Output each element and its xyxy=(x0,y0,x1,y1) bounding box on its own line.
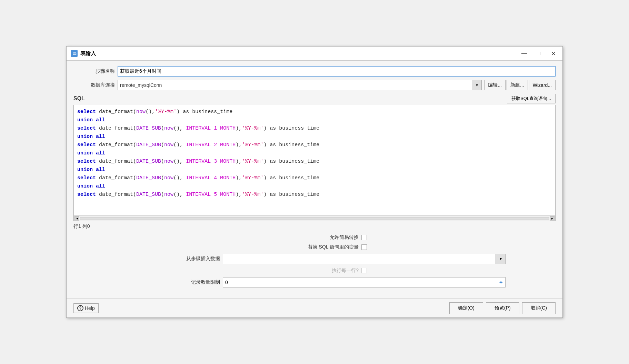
insert-step-dropdown-arrow[interactable]: ▾ xyxy=(496,254,505,264)
db-edit-button[interactable]: 编辑... xyxy=(484,80,506,90)
maximize-button[interactable]: □ xyxy=(533,49,544,58)
fetch-sql-button[interactable]: 获取SQL查询语句... xyxy=(507,94,556,103)
replace-var-label: 替换 SQL 语句里的变量 xyxy=(262,244,359,250)
record-limit-row: 记录数量限制 0 ✦ xyxy=(73,277,556,287)
allow-simple-convert-checkbox[interactable] xyxy=(361,235,367,240)
scroll-right-arrow[interactable]: ▸ xyxy=(550,216,555,221)
db-wizard-button[interactable]: Wizard... xyxy=(529,80,556,90)
step-name-input[interactable] xyxy=(118,66,556,77)
record-limit-input-wrap[interactable]: 0 ✦ xyxy=(223,277,506,287)
allow-simple-convert-row: 允许简易转换 xyxy=(73,234,556,241)
db-new-button[interactable]: 新建... xyxy=(507,80,528,90)
bottom-bar: ? Help 确定(O) 预览(P) 取消(C) xyxy=(67,299,562,317)
record-limit-icon: ✦ xyxy=(499,279,503,286)
insert-step-label: 从步骤插入数据 xyxy=(123,256,220,262)
title-bar-controls: — □ ✕ xyxy=(519,49,558,58)
sql-horizontal-scrollbar[interactable]: ◂ ▸ xyxy=(74,215,555,221)
replace-var-checkbox[interactable] xyxy=(361,244,367,250)
status-bar: 行1 列0 xyxy=(73,223,556,230)
sql-editor-wrap: select date_format(now(),'%Y-%m') as bus… xyxy=(73,105,556,221)
preview-button[interactable]: 预览(P) xyxy=(486,302,519,314)
window-icon: 🗃 xyxy=(71,50,78,57)
db-conn-dropdown-arrow[interactable]: ▾ xyxy=(472,80,481,90)
title-bar: 🗃 表输入 — □ ✕ xyxy=(67,47,562,61)
execute-each-checkbox[interactable] xyxy=(361,268,367,273)
db-conn-label: 数据库连接 xyxy=(73,82,115,88)
window-title: 表输入 xyxy=(80,50,96,57)
execute-each-label: 执行每一行? xyxy=(262,267,359,274)
record-limit-label: 记录数量限制 xyxy=(123,279,220,285)
options-section: 允许简易转换 替换 SQL 语句里的变量 从步骤插入数据 ▾ 执行每一行? xyxy=(73,234,556,287)
cursor-position: 行1 列0 xyxy=(73,223,90,229)
content-area: 步骤名称 数据库连接 remote_mysqlConn ▾ 编辑... 新建..… xyxy=(67,61,562,295)
cancel-button[interactable]: 取消(C) xyxy=(522,302,556,314)
scroll-left-arrow[interactable]: ◂ xyxy=(74,216,79,221)
help-circle-icon: ? xyxy=(77,305,83,311)
confirm-button[interactable]: 确定(O) xyxy=(449,302,483,314)
insert-step-row: 从步骤插入数据 ▾ xyxy=(73,254,556,264)
db-conn-select[interactable]: remote_mysqlConn ▾ xyxy=(118,80,482,90)
title-bar-left: 🗃 表输入 xyxy=(71,50,96,57)
sql-section: SQL 获取SQL查询语句... select date_format(now(… xyxy=(73,94,556,221)
step-name-row: 步骤名称 xyxy=(73,66,556,77)
step-name-label: 步骤名称 xyxy=(73,68,115,74)
insert-step-select[interactable]: ▾ xyxy=(223,254,506,264)
allow-simple-convert-label: 允许简易转换 xyxy=(262,234,359,241)
record-limit-value: 0 xyxy=(225,280,499,285)
bottom-right-buttons: 确定(O) 预览(P) 取消(C) xyxy=(449,302,556,314)
help-button[interactable]: ? Help xyxy=(73,303,99,313)
db-conn-row: 数据库连接 remote_mysqlConn ▾ 编辑... 新建... Wiz… xyxy=(73,80,556,90)
sql-label: SQL xyxy=(73,95,85,102)
sql-header: SQL 获取SQL查询语句... xyxy=(73,94,556,103)
replace-var-row: 替换 SQL 语句里的变量 xyxy=(73,244,556,250)
main-window: 🗃 表输入 — □ ✕ 步骤名称 数据库连接 remote_mysqlConn … xyxy=(66,46,563,318)
db-conn-value: remote_mysqlConn xyxy=(118,82,472,89)
execute-each-row: 执行每一行? xyxy=(73,267,556,274)
sql-editor[interactable]: select date_format(now(),'%Y-%m') as bus… xyxy=(74,105,555,215)
minimize-button[interactable]: — xyxy=(519,49,529,58)
insert-step-value xyxy=(223,258,496,260)
help-label: Help xyxy=(85,305,95,311)
close-button[interactable]: ✕ xyxy=(548,49,558,58)
